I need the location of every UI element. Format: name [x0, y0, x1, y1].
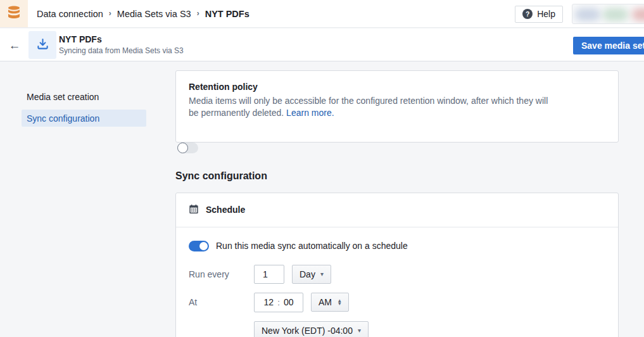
retention-policy-toggle[interactable]	[178, 143, 198, 153]
chevron-right-icon: ›	[109, 9, 111, 18]
calendar-icon	[189, 204, 199, 216]
schedule-toggle-label: Run this media sync automatically on a s…	[216, 241, 408, 251]
breadcrumb-item-current: NYT PDFs	[205, 9, 249, 19]
toggle-knob	[177, 143, 188, 153]
content-column: Retention policy Media items will only b…	[175, 62, 619, 337]
schedule-card: Schedule Run this media sync automatical…	[175, 193, 619, 337]
schedule-card-title: Schedule	[206, 205, 245, 215]
caret-down-icon: ▾	[320, 271, 324, 277]
run-every-label: Run every	[189, 269, 254, 279]
redacted-account-chip[interactable]	[572, 4, 644, 24]
redacted-content	[603, 8, 628, 21]
breadcrumb-item-data-connection[interactable]: Data connection	[37, 9, 103, 19]
sync-configuration-heading: Sync configuration	[175, 170, 619, 182]
media-sync-type-tile	[28, 31, 56, 59]
redacted-content	[632, 8, 644, 21]
retention-policy-title: Retention policy	[189, 82, 605, 92]
chevron-right-icon: ›	[197, 9, 199, 18]
back-button[interactable]: ←	[5, 37, 24, 54]
at-label: At	[189, 297, 254, 307]
timezone-select[interactable]: New York (EDT) -04:00 ▾	[254, 321, 369, 337]
breadcrumb: Data connection › Media Sets via S3 › NY…	[37, 9, 249, 19]
page-title: NYT PDFs	[59, 34, 184, 45]
help-button-label: Help	[537, 9, 555, 19]
schedule-card-body: Run this media sync automatically on a s…	[176, 227, 618, 337]
sidebar-item-media-set-creation[interactable]: Media set creation	[22, 88, 146, 105]
run-every-input[interactable]	[254, 265, 284, 284]
main-area: Media set creation Sync configuration Re…	[0, 62, 644, 337]
page-header: ← NYT PDFs Syncing data from Media Sets …	[0, 29, 644, 61]
meridiem-stepper[interactable]: AM ▴ ▾	[311, 293, 349, 312]
timezone-row: New York (EDT) -04:00 ▾	[254, 321, 605, 337]
app-logo-tile[interactable]	[0, 0, 28, 27]
schedule-enabled-toggle[interactable]	[189, 241, 209, 251]
download-icon	[37, 38, 49, 53]
sidebar-item-sync-configuration[interactable]: Sync configuration	[22, 110, 146, 127]
help-button[interactable]: ? Help	[515, 6, 563, 23]
time-input-group: :	[254, 293, 303, 312]
redacted-content	[575, 8, 600, 21]
meridiem-value: AM	[319, 297, 332, 307]
database-logo-icon	[6, 5, 22, 23]
hour-input[interactable]	[261, 297, 276, 307]
time-separator: :	[277, 298, 280, 307]
timezone-value: New York (EDT) -04:00	[262, 326, 353, 336]
retention-policy-description: Media items will only be accessible for …	[189, 95, 553, 120]
up-down-caret-icon: ▴ ▾	[338, 299, 341, 305]
page-subtitle: Syncing data from Media Sets via S3	[59, 46, 184, 56]
run-every-row: Run every Day ▾	[189, 265, 605, 284]
schedule-card-header: Schedule	[176, 193, 618, 227]
caret-down-icon: ▾	[358, 327, 361, 334]
interval-unit-value: Day	[300, 269, 315, 279]
breadcrumb-item-media-sets[interactable]: Media Sets via S3	[117, 9, 191, 19]
minute-input[interactable]	[281, 297, 296, 307]
question-mark-icon: ?	[522, 9, 533, 19]
retention-description-text: Media items will only be accessible for …	[189, 96, 548, 118]
sidebar-nav: Media set creation Sync configuration	[22, 88, 146, 131]
learn-more-link[interactable]: Learn more.	[286, 108, 334, 118]
retention-policy-card: Retention policy Media items will only b…	[175, 70, 619, 143]
top-navigation-bar: Data connection › Media Sets via S3 › NY…	[0, 0, 644, 28]
interval-unit-select[interactable]: Day ▾	[292, 265, 331, 284]
toggle-knob	[199, 242, 208, 250]
save-media-set-sync-button[interactable]: Save media set syn	[573, 37, 644, 54]
at-time-row: At : AM ▴ ▾	[189, 293, 605, 312]
